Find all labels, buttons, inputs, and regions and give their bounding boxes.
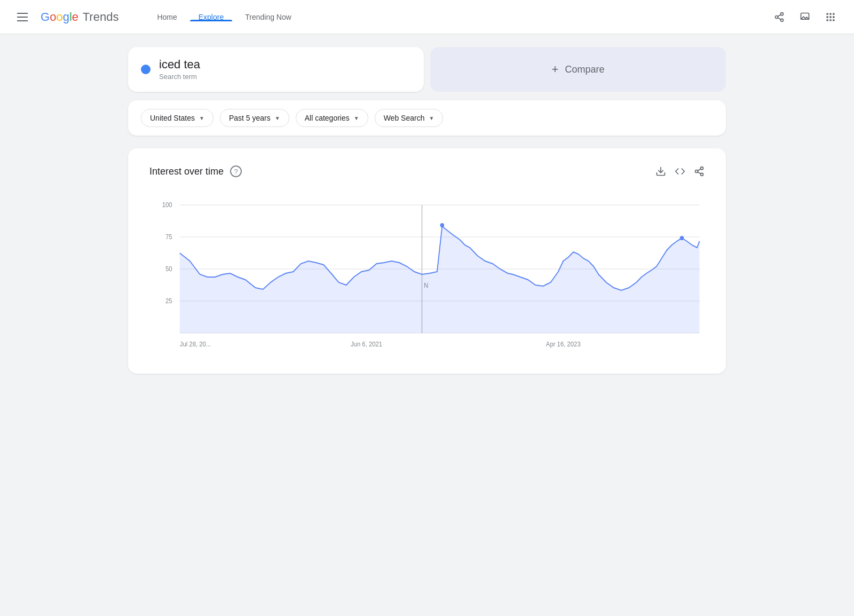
- logo-trends-text: Trends: [80, 10, 118, 24]
- chart-actions: [655, 166, 705, 177]
- search-area: iced tea Search term + Compare: [128, 47, 726, 92]
- svg-text:75: 75: [165, 233, 172, 240]
- nav-trending-now[interactable]: Trending Now: [236, 13, 300, 21]
- chart-card: Interest over time ?: [128, 148, 726, 374]
- chart-header: Interest over time ?: [149, 165, 705, 177]
- search-type-filter[interactable]: Web Search ▼: [375, 109, 444, 127]
- svg-line-3: [778, 18, 781, 19]
- header: Google Trends Home Explore Trending Now: [0, 0, 854, 34]
- search-term-card: iced tea Search term: [128, 47, 424, 92]
- svg-line-20: [698, 169, 701, 170]
- svg-rect-7: [829, 13, 831, 14]
- svg-rect-11: [833, 16, 834, 18]
- location-filter[interactable]: United States ▼: [141, 109, 213, 127]
- svg-rect-10: [829, 16, 831, 18]
- category-chevron-icon: ▼: [354, 115, 359, 121]
- main-content: iced tea Search term + Compare United St…: [85, 34, 769, 386]
- svg-rect-8: [833, 13, 834, 14]
- trend-chart: 100 75 50 25 N Jul 28, 20... Jun 6, 2021…: [149, 194, 705, 354]
- header-right: [769, 6, 841, 28]
- svg-text:Jul 28, 20...: Jul 28, 20...: [180, 341, 211, 348]
- filter-row: United States ▼ Past 5 years ▼ All categ…: [128, 100, 726, 136]
- header-left: Google Trends Home Explore Trending Now: [13, 9, 300, 26]
- svg-point-35: [440, 223, 445, 227]
- logo-google-text: Google: [41, 10, 78, 24]
- svg-line-19: [698, 172, 701, 173]
- svg-rect-6: [827, 13, 828, 14]
- feedback-button[interactable]: [794, 6, 816, 28]
- svg-rect-14: [833, 19, 834, 21]
- main-nav: Home Explore Trending Now: [148, 13, 299, 21]
- time-range-chevron-icon: ▼: [275, 115, 280, 121]
- svg-point-36: [680, 236, 684, 240]
- compare-label: Compare: [565, 64, 604, 75]
- svg-text:25: 25: [165, 297, 172, 304]
- search-text-block: iced tea Search term: [159, 58, 200, 81]
- apps-button[interactable]: [820, 6, 841, 28]
- hamburger-menu-button[interactable]: [13, 9, 32, 26]
- time-range-filter[interactable]: Past 5 years ▼: [220, 109, 289, 127]
- search-type-filter-label: Web Search: [384, 114, 425, 122]
- category-filter[interactable]: All categories ▼: [296, 109, 368, 127]
- time-range-filter-label: Past 5 years: [229, 114, 271, 122]
- svg-text:Jun 6, 2021: Jun 6, 2021: [351, 341, 382, 348]
- location-chevron-icon: ▼: [199, 115, 204, 121]
- svg-rect-12: [827, 19, 828, 21]
- nav-home[interactable]: Home: [148, 13, 185, 21]
- share-chart-button[interactable]: [694, 166, 705, 177]
- search-term-type: Search term: [159, 73, 197, 81]
- svg-text:50: 50: [165, 265, 172, 272]
- search-term-value[interactable]: iced tea: [159, 58, 200, 72]
- nav-explore[interactable]: Explore: [190, 13, 232, 21]
- location-filter-label: United States: [150, 114, 195, 122]
- compare-card[interactable]: + Compare: [430, 47, 726, 92]
- help-icon[interactable]: ?: [230, 165, 242, 177]
- chart-title-area: Interest over time ?: [149, 165, 242, 177]
- download-chart-button[interactable]: [655, 166, 666, 177]
- svg-rect-9: [827, 16, 828, 18]
- search-dot-indicator: [141, 65, 151, 74]
- svg-text:100: 100: [162, 201, 172, 208]
- category-filter-label: All categories: [305, 114, 350, 122]
- svg-rect-13: [829, 19, 831, 21]
- chart-title: Interest over time: [149, 166, 224, 177]
- search-type-chevron-icon: ▼: [429, 115, 434, 121]
- embed-chart-button[interactable]: [675, 166, 685, 177]
- svg-line-4: [778, 14, 781, 16]
- chart-container: 100 75 50 25 N Jul 28, 20... Jun 6, 2021…: [149, 194, 705, 357]
- share-button[interactable]: [769, 6, 790, 28]
- compare-plus-icon: +: [552, 62, 559, 76]
- google-trends-logo: Google Trends: [41, 10, 118, 24]
- svg-text:Apr 16, 2023: Apr 16, 2023: [546, 341, 581, 348]
